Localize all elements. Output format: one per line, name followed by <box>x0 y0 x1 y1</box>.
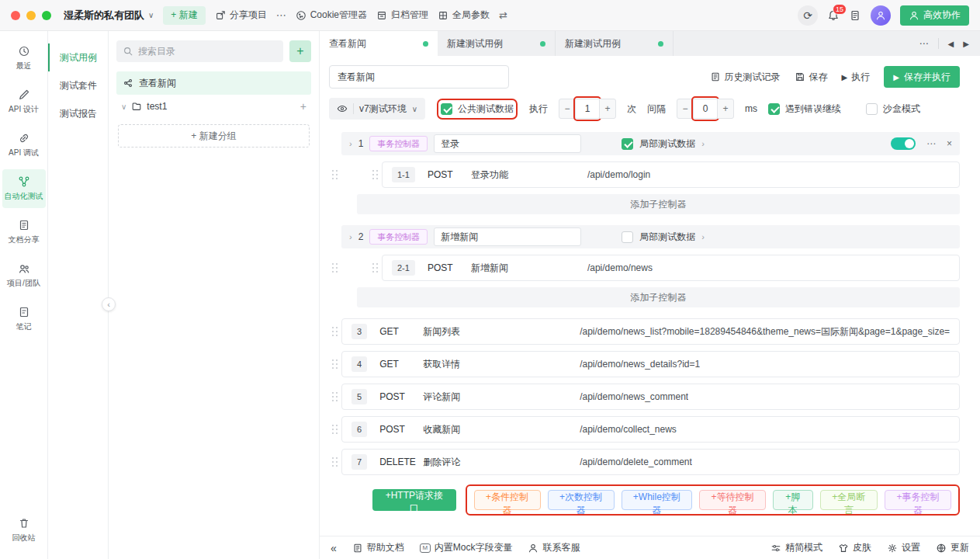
swap-icon[interactable]: ⇄ <box>499 9 507 21</box>
run-button[interactable]: ▶ 执行 <box>842 71 871 84</box>
add-global-assert-button[interactable]: +全局断言 <box>820 490 878 510</box>
group-header-row[interactable]: › 1 事务控制器 局部测试数据 › ⋯ × <box>341 132 960 155</box>
group-header-row[interactable]: › 2 事务控制器 局部测试数据 › <box>341 225 960 248</box>
mock-vars-button[interactable]: M 内置Mock字段变量 <box>420 541 513 554</box>
local-test-data-checkbox[interactable] <box>622 138 633 150</box>
group-name-input[interactable] <box>434 134 581 153</box>
enable-toggle[interactable] <box>891 137 916 150</box>
chevron-right-icon[interactable]: › <box>701 139 705 148</box>
drag-handle[interactable] <box>372 170 378 179</box>
add-script-button[interactable]: +脚本 <box>773 490 813 510</box>
contact-support-button[interactable]: 联系客服 <box>528 541 580 554</box>
nav-recycle-bin[interactable]: 回收站 <box>2 511 46 550</box>
help-docs-button[interactable]: 帮助文档 <box>352 541 404 554</box>
drag-handle[interactable] <box>332 359 338 369</box>
case-title-input[interactable] <box>329 65 509 89</box>
window-minimize-button[interactable] <box>26 11 36 20</box>
archive-manager-button[interactable]: 归档管理 <box>376 9 428 22</box>
window-close-button[interactable] <box>11 11 20 20</box>
api-step-row[interactable]: 2-1 POST 新增新闻 /api/demo/news <box>382 255 960 281</box>
sandbox-mode-checkbox[interactable] <box>866 103 878 115</box>
update-button[interactable]: 更新 <box>936 541 969 554</box>
nav-notes[interactable]: 笔记 <box>2 300 46 339</box>
drag-handle[interactable] <box>332 392 338 401</box>
simple-mode-button[interactable]: 精简模式 <box>770 541 822 554</box>
add-http-request-button[interactable]: +HTTP请求接口 <box>372 489 456 511</box>
nav-api-design[interactable]: API 设计 <box>2 82 46 121</box>
continue-on-error-checkbox[interactable] <box>768 103 780 115</box>
tree-item-case[interactable]: 查看新闻 <box>116 71 311 95</box>
group-name-input[interactable] <box>434 227 581 246</box>
docs-icon[interactable] <box>849 9 861 22</box>
interval-value[interactable]: 0 <box>694 99 717 119</box>
nav-api-debug[interactable]: API 调试 <box>2 126 46 165</box>
tab-prev-icon[interactable]: ◀ <box>948 40 954 48</box>
new-button[interactable]: + 新建 <box>163 6 205 25</box>
panel-collapse-knob[interactable]: ‹ <box>102 297 116 311</box>
collapse-sidebar-icon[interactable]: « <box>331 542 337 554</box>
drag-handle[interactable] <box>332 170 338 179</box>
cookie-manager-button[interactable]: Cookie管理器 <box>296 9 367 22</box>
add-while-controller-button[interactable]: +While控制器 <box>622 490 693 510</box>
settings-button[interactable]: 设置 <box>887 541 920 554</box>
drag-handle[interactable] <box>332 263 338 273</box>
close-icon[interactable]: × <box>947 138 952 149</box>
add-case-button[interactable]: + <box>289 40 311 62</box>
subnav-test-suites[interactable]: 测试套件 <box>48 71 108 99</box>
add-child-controller-button[interactable]: 添加子控制器 <box>357 287 960 307</box>
team-switcher[interactable]: 湿柔斯的私有团队 ∨ <box>64 9 154 23</box>
add-count-controller-button[interactable]: +次数控制器 <box>548 490 615 510</box>
subnav-test-cases[interactable]: 测试用例 <box>48 43 108 71</box>
tab-case-3[interactable]: 新建测试用例 <box>556 31 674 56</box>
drag-handle[interactable] <box>332 457 338 467</box>
history-button[interactable]: 历史测试记录 <box>710 71 781 84</box>
drag-handle[interactable] <box>332 327 338 336</box>
add-child-controller-button[interactable]: 添加子控制器 <box>357 194 960 214</box>
add-condition-controller-button[interactable]: +条件控制器 <box>474 490 541 510</box>
drag-handle[interactable] <box>332 425 338 434</box>
notifications-button[interactable]: 15 <box>827 9 840 22</box>
api-step-row[interactable]: 5 POST 评论新闻 /api/demo/news_comment <box>341 384 960 410</box>
exec-count-value[interactable]: 1 <box>576 99 599 119</box>
tab-case-1[interactable]: 查看新闻 <box>320 31 438 56</box>
collab-button[interactable]: 高效协作 <box>900 5 969 26</box>
api-step-row[interactable]: 1-1 POST 登录功能 /api/demo/login <box>382 161 960 188</box>
environment-select[interactable]: v7测试环境 ∨ <box>329 98 425 120</box>
exec-plus-button[interactable]: + <box>599 99 616 119</box>
expand-icon[interactable]: › <box>349 232 352 241</box>
api-step-row[interactable]: 3 GET 新闻列表 /api/demo/news_list?mobile=18… <box>341 318 960 345</box>
drag-handle[interactable] <box>372 263 378 273</box>
global-params-button[interactable]: 全局参数 <box>438 9 490 22</box>
window-zoom-button[interactable] <box>42 11 51 20</box>
add-to-folder-button[interactable]: + <box>300 100 306 113</box>
chevron-right-icon[interactable]: › <box>701 232 705 241</box>
tree-folder[interactable]: ∨ test1 + <box>116 95 311 118</box>
public-test-data-checkbox[interactable] <box>441 103 452 115</box>
save-button[interactable]: 保存 <box>795 71 828 84</box>
nav-project-team[interactable]: 项目/团队 <box>2 256 46 295</box>
more-icon[interactable]: ⋯ <box>276 9 286 21</box>
nav-automated-testing[interactable]: 自动化测试 <box>2 169 46 208</box>
api-step-row[interactable]: 7 DELETE 删除评论 /api/demo/delete_comment <box>341 449 960 475</box>
add-wait-controller-button[interactable]: +等待控制器 <box>699 490 766 510</box>
skin-button[interactable]: 皮肤 <box>838 541 871 554</box>
nav-recent[interactable]: 最近 <box>2 39 46 78</box>
search-input[interactable] <box>138 46 277 57</box>
tab-more-icon[interactable]: ⋯ <box>919 38 929 49</box>
interval-plus-button[interactable]: + <box>717 99 734 119</box>
expand-icon[interactable]: › <box>349 139 352 148</box>
refresh-button[interactable]: ⟳ <box>798 5 818 26</box>
more-icon[interactable]: ⋯ <box>926 138 936 149</box>
share-project-button[interactable]: 分享项目 <box>215 9 267 22</box>
api-step-row[interactable]: 4 GET 获取详情 /api/demo/news_details?id=1 <box>341 351 960 377</box>
api-step-row[interactable]: 6 POST 收藏新闻 /api/demo/collect_news <box>341 416 960 443</box>
new-group-button[interactable]: + 新建分组 <box>118 124 310 148</box>
tab-next-icon[interactable]: ▶ <box>963 40 969 48</box>
exec-minus-button[interactable]: − <box>559 99 576 119</box>
tab-case-2[interactable]: 新建测试用例 <box>438 31 556 56</box>
local-test-data-checkbox[interactable] <box>622 231 633 243</box>
add-transaction-controller-button[interactable]: +事务控制器 <box>885 490 951 510</box>
nav-doc-share[interactable]: 文档分享 <box>2 213 46 252</box>
avatar[interactable] <box>871 5 891 26</box>
save-and-run-button[interactable]: ▶ 保存并执行 <box>884 66 960 88</box>
